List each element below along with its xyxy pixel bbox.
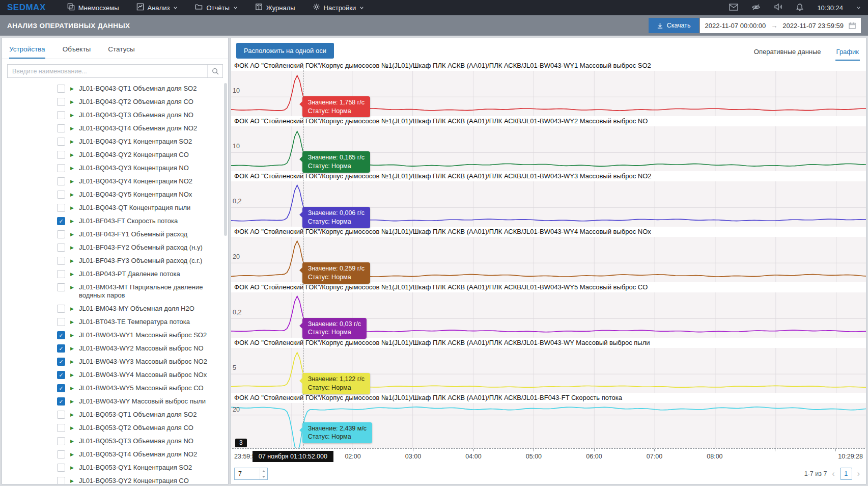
page-next-icon[interactable]: › [857, 470, 860, 478]
chart-plot[interactable]: 20Значение: 0,259 г/сСтатус: Норма [231, 237, 866, 282]
list-item[interactable]: ✓▶JL01-BW043-WY1 Массовый выброс SO2 [2, 329, 228, 342]
chart-plot[interactable]: 5Значение: 1,122 г/сСтатус: Норма [231, 348, 866, 393]
expand-arrow-icon[interactable]: ▶ [70, 437, 74, 445]
checkbox[interactable] [57, 164, 65, 172]
expand-arrow-icon[interactable]: ▶ [70, 424, 74, 432]
date-to[interactable]: 2022-11-07 23:59:59 [782, 22, 844, 30]
checkbox[interactable] [57, 191, 65, 199]
list-item[interactable]: ▶JL01-BQ053-QT4 Объемная доля NO2 [2, 448, 228, 461]
list-item[interactable]: ✓▶JL01-BW043-WY Массовый выброс пыли [2, 395, 228, 408]
stepper-up-icon[interactable] [260, 468, 267, 474]
menu-item-mnemoschemes[interactable]: Мнемосхемы [67, 3, 119, 12]
list-item[interactable]: ▶JL01-BQ043-QT3 Объемная доля NO [2, 109, 228, 122]
expand-arrow-icon[interactable]: ▶ [70, 257, 74, 265]
expand-arrow-icon[interactable]: ▶ [70, 204, 74, 212]
list-item[interactable]: ▶JL01-BP043-PT Давление потока [2, 267, 228, 281]
list-item[interactable]: ▶JL01-BQ043-QY4 Концентрация NO2 [2, 175, 228, 188]
tab-objects[interactable]: Объекты [63, 45, 91, 59]
expand-arrow-icon[interactable]: ▶ [70, 477, 74, 484]
chart-plot[interactable]: 20Значение: 2,439 м/сСтатус: Норма [231, 403, 866, 448]
eye-off-icon[interactable] [751, 3, 761, 13]
list-item[interactable]: ▶JL01-BQ053-QY1 Концентрация SO2 [2, 461, 228, 474]
checkbox[interactable] [57, 111, 65, 119]
date-range-picker[interactable]: 2022-11-07 00:00:00 → 2022-11-07 23:59:5… [700, 18, 861, 33]
expand-arrow-icon[interactable]: ▶ [70, 191, 74, 199]
list-item[interactable]: ▶JL01-BQ053-QT3 Объемная доля NO [2, 435, 228, 448]
expand-arrow-icon[interactable]: ▶ [70, 464, 74, 472]
list-item[interactable]: ▶JL01-BF043-FY3 Объемный расход (с.г.) [2, 254, 228, 267]
menu-item-analysis[interactable]: Анализ [136, 3, 178, 12]
menu-item-settings[interactable]: Настройки [313, 3, 365, 12]
combine-axis-button[interactable]: Расположить на одной оси [236, 43, 334, 59]
expand-arrow-icon[interactable]: ▶ [70, 124, 74, 132]
expand-arrow-icon[interactable]: ▶ [70, 138, 74, 146]
list-item[interactable]: ▶JL01-BQ043-QY3 Концентрация NO [2, 161, 228, 175]
list-item[interactable]: ▶JL01-BM043-MT Парциальное давление водя… [2, 281, 228, 302]
expand-arrow-icon[interactable]: ▶ [70, 450, 74, 458]
page-number[interactable]: 1 [840, 468, 852, 480]
tab-statuses[interactable]: Статусы [108, 45, 134, 59]
list-item[interactable]: ✓▶JL01-BF043-FT Скорость потока [2, 214, 228, 228]
expand-arrow-icon[interactable]: ▶ [70, 111, 74, 119]
menu-item-reports[interactable]: Отчёты [195, 3, 237, 12]
checkbox[interactable] [57, 257, 65, 265]
expand-arrow-icon[interactable]: ▶ [70, 305, 74, 313]
list-item[interactable]: ▶JL01-BF043-FY1 Объемный расход [2, 228, 228, 241]
sidebar-scrollbar[interactable] [224, 83, 227, 236]
checkbox[interactable] [57, 270, 65, 278]
checkbox[interactable] [57, 124, 65, 132]
checkbox[interactable] [57, 138, 65, 146]
list-item[interactable]: ▶JL01-BQ043-QY2 Концентрация CO [2, 148, 228, 161]
list-item[interactable]: ▶JL01-BT043-TE Температура потока [2, 315, 228, 329]
checkbox[interactable] [57, 450, 65, 458]
expand-arrow-icon[interactable]: ▶ [70, 358, 74, 366]
list-item[interactable]: ▶JL01-BM043-MY Объемная доля H2O [2, 302, 228, 315]
list-item[interactable]: ▶JL01-BQ053-QY2 Концентрация CO [2, 474, 228, 484]
search-button[interactable] [207, 65, 222, 77]
list-item[interactable]: ✓▶JL01-BW043-WY4 Массовый выброс NOx [2, 368, 228, 382]
tab-devices[interactable]: Устройства [9, 45, 45, 59]
list-item[interactable]: ✓▶JL01-BW043-WY3 Массовый выброс NO2 [2, 355, 228, 368]
expand-arrow-icon[interactable]: ▶ [70, 270, 74, 278]
expand-arrow-icon[interactable]: ▶ [70, 98, 74, 106]
list-item[interactable]: ▶JL01-BQ043-QY5 Концентрация NOx [2, 188, 228, 201]
list-item[interactable]: ▶JL01-BF043-FY2 Объемный расход (н.у) [2, 241, 228, 254]
expand-arrow-icon[interactable]: ▶ [70, 331, 74, 339]
expand-arrow-icon[interactable]: ▶ [70, 371, 74, 379]
checkbox[interactable]: ✓ [57, 217, 65, 225]
bell-icon[interactable] [796, 3, 804, 13]
expand-arrow-icon[interactable]: ▶ [70, 411, 74, 419]
tab-operational-data[interactable]: Оперативные данные [753, 45, 822, 61]
checkbox[interactable]: ✓ [57, 344, 65, 353]
chart-plot[interactable]: 0,2Значение: 0,006 г/сСтатус: Норма [231, 181, 866, 227]
expand-arrow-icon[interactable]: ▶ [70, 164, 74, 172]
checkbox[interactable] [57, 305, 65, 313]
expand-arrow-icon[interactable]: ▶ [70, 217, 74, 225]
checkbox[interactable] [57, 477, 65, 484]
checkbox[interactable] [57, 283, 65, 291]
list-item[interactable]: ✓▶JL01-BW043-WY5 Массовый выброс CO [2, 382, 228, 395]
checkbox[interactable] [57, 98, 65, 106]
expand-arrow-icon[interactable]: ▶ [70, 283, 74, 291]
speaker-icon[interactable] [774, 3, 782, 12]
expand-arrow-icon[interactable]: ▶ [70, 397, 74, 406]
checkbox[interactable] [57, 204, 65, 212]
checkbox[interactable] [57, 411, 65, 419]
expand-arrow-icon[interactable]: ▶ [70, 85, 74, 93]
list-item[interactable]: ▶JL01-BQ043-QT4 Объемная доля NO2 [2, 122, 228, 135]
chart-plot[interactable]: 0,2Значение: 0,03 г/сСтатус: Норма [231, 292, 866, 338]
list-item[interactable]: ▶JL01-BQ043-QY1 Концентрация SO2 [2, 135, 228, 148]
checkbox[interactable] [57, 318, 65, 326]
download-button[interactable]: Скачать [649, 18, 699, 33]
list-item[interactable]: ▶JL01-BQ043-QT Концентрация пыли [2, 201, 228, 214]
checkbox[interactable]: ✓ [57, 397, 65, 406]
checkbox[interactable]: ✓ [57, 384, 65, 392]
checkbox[interactable] [57, 151, 65, 159]
list-item[interactable]: ▶JL01-BQ043-QT2 Объемная доля CO [2, 95, 228, 109]
user-menu-chevron-icon[interactable] [856, 6, 861, 10]
expand-arrow-icon[interactable]: ▶ [70, 318, 74, 326]
expand-arrow-icon[interactable]: ▶ [70, 230, 74, 238]
list-item[interactable]: ▶JL01-BQ053-QT2 Объемная доля CO [2, 421, 228, 435]
checkbox[interactable] [57, 464, 65, 472]
search-input[interactable] [8, 65, 207, 77]
